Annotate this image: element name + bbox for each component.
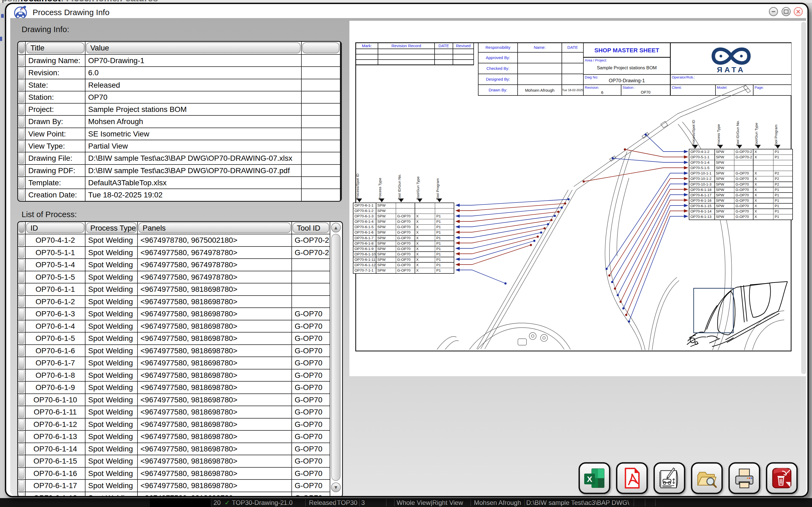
- process-id-cell: OP70-5-1-1: [25, 247, 85, 259]
- row-selector[interactable]: [18, 345, 25, 357]
- row-selector[interactable]: [18, 320, 25, 332]
- process-column-header[interactable]: ID: [25, 222, 85, 234]
- row-selector[interactable]: [18, 406, 25, 418]
- info-column-header[interactable]: Value: [85, 42, 301, 54]
- row-selector[interactable]: [18, 67, 25, 78]
- spot-cell: SPW: [715, 160, 734, 165]
- row-selector[interactable]: [18, 296, 25, 308]
- row-selector[interactable]: [18, 165, 25, 176]
- info-column-header[interactable]: Title: [25, 42, 85, 54]
- row-selector[interactable]: [18, 92, 25, 103]
- table-corner-cell[interactable]: [18, 222, 25, 234]
- spot-cell: X: [753, 204, 773, 209]
- row-selector[interactable]: [18, 104, 25, 115]
- process-tool-cell: G-OP70: [292, 443, 330, 455]
- bg-cell-station: TOP30: [337, 499, 358, 506]
- row-selector-button: [19, 104, 24, 115]
- spot-cell: [773, 160, 792, 165]
- process-type-cell: Spot Welding: [85, 308, 137, 320]
- process-column-header[interactable]: Panels: [138, 222, 292, 234]
- row-selector[interactable]: [18, 394, 25, 406]
- weld-spot-dot: [614, 287, 616, 290]
- process-column-header[interactable]: Process Type: [85, 222, 137, 234]
- leader-line: [456, 216, 555, 227]
- minimize-button[interactable]: [769, 7, 778, 16]
- row-selector[interactable]: [18, 468, 25, 480]
- row-selector[interactable]: [18, 480, 25, 492]
- row-selector[interactable]: [18, 382, 25, 393]
- open-drawing-button[interactable]: [653, 462, 685, 494]
- info-title-cell: View Type:: [25, 140, 85, 152]
- process-list-scrollbar[interactable]: ▲ ▼: [330, 222, 342, 496]
- info-empty-cell: [302, 116, 340, 127]
- row-selector[interactable]: [18, 308, 25, 320]
- column-arrow-icon: [775, 145, 780, 149]
- scrollbar-thumb[interactable]: [331, 234, 340, 481]
- row-selector[interactable]: [18, 140, 25, 152]
- delete-button[interactable]: [766, 462, 798, 494]
- row-selector[interactable]: [18, 116, 25, 127]
- info-title-cell: State:: [25, 79, 85, 91]
- process-id-cell: OP70-6-1-1: [25, 283, 85, 295]
- drawing-viewer[interactable]: Mark: Revision Record DATE Revised Respo…: [350, 21, 806, 376]
- browse-files-button[interactable]: [691, 462, 723, 494]
- row-selector[interactable]: [18, 152, 25, 164]
- spot-cell: X: [753, 182, 773, 187]
- row-selector[interactable]: [18, 55, 25, 66]
- row-selector[interactable]: [18, 79, 25, 91]
- process-type-cell: Spot Welding: [85, 382, 137, 393]
- rata-logo-text: ЯATA: [717, 65, 745, 74]
- spot-cell: P1: [773, 204, 792, 209]
- leader-arrow-icon: [455, 231, 460, 234]
- weld-spot-dot: [530, 244, 532, 246]
- svg-text:X: X: [587, 474, 592, 484]
- close-button[interactable]: ✕: [794, 7, 803, 16]
- row-selector[interactable]: [18, 271, 25, 283]
- spot-cell: X: [415, 263, 435, 268]
- row-selector[interactable]: [18, 333, 25, 344]
- row-selector[interactable]: [18, 443, 25, 455]
- spot-cell: SPW: [715, 193, 734, 198]
- process-list-table: IDProcess TypePanelsTool IDOP70-4-1-2Spo…: [17, 221, 343, 496]
- row-selector[interactable]: [18, 455, 25, 467]
- column-arrow-icon: [398, 199, 404, 202]
- viewer-scrollbar[interactable]: [801, 22, 806, 374]
- row-selector[interactable]: [18, 128, 25, 140]
- row-selector[interactable]: [18, 357, 25, 369]
- table-corner-cell[interactable]: [18, 42, 25, 54]
- spot-cell: OP70-4-1-2: [689, 150, 714, 155]
- row-selector[interactable]: [18, 370, 25, 381]
- scroll-down-icon: ▼: [334, 485, 337, 490]
- row-selector[interactable]: [18, 431, 25, 443]
- row-selector[interactable]: [18, 189, 25, 201]
- export-pdf-button[interactable]: [616, 462, 648, 494]
- spot-cell: OP70-6-1-2: [354, 209, 376, 214]
- process-tool-cell: [292, 271, 330, 283]
- row-selector-button: [19, 153, 24, 163]
- process-id-cell: OP70-6-1-17: [25, 480, 85, 492]
- leader-arrow-icon: [455, 247, 460, 250]
- row-selector[interactable]: [18, 177, 25, 188]
- scroll-down-button[interactable]: ▼: [331, 483, 341, 492]
- process-column-header[interactable]: Tool ID: [292, 222, 330, 234]
- leader-arrow-icon: [684, 188, 688, 191]
- maximize-button[interactable]: [782, 7, 791, 16]
- spot-column-header: Process/Spot ID: [691, 120, 696, 146]
- row-selector[interactable]: [18, 259, 25, 271]
- row-selector[interactable]: [18, 492, 25, 496]
- info-empty-cell: [302, 140, 340, 152]
- row-selector[interactable]: [18, 247, 25, 259]
- process-type-cell: Spot Welding: [85, 296, 137, 308]
- weld-spot-dot: [567, 198, 570, 201]
- export-excel-button[interactable]: X: [578, 462, 610, 494]
- spot-cell: G-OP70: [396, 219, 415, 224]
- info-column-header-extra[interactable]: [302, 42, 340, 54]
- row-selector[interactable]: [18, 418, 25, 431]
- row-selector[interactable]: [18, 283, 25, 295]
- spot-cell: P1: [435, 225, 454, 230]
- scroll-up-button[interactable]: ▲: [331, 223, 341, 232]
- print-button[interactable]: [729, 462, 760, 494]
- row-selector-button: [19, 395, 24, 405]
- row-selector[interactable]: [18, 234, 25, 246]
- spot-cell: OP70-6-1-4: [354, 219, 376, 224]
